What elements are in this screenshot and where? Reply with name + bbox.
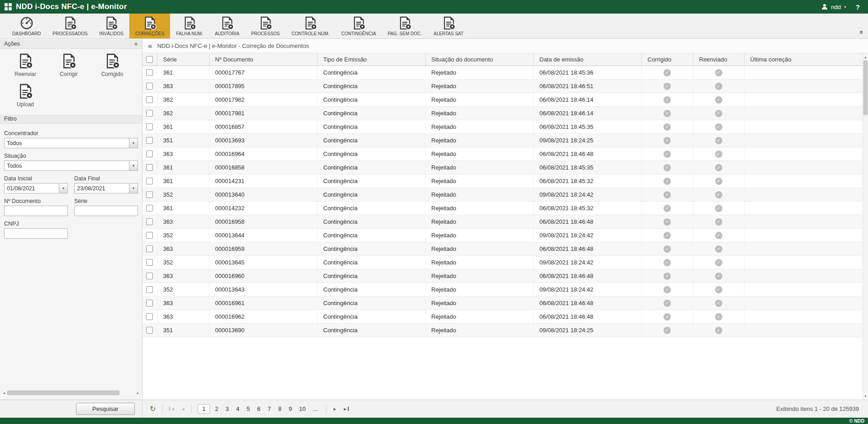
toolbar-item[interactable]: ALERTAS SAT xyxy=(428,14,470,38)
row-checkbox[interactable] xyxy=(146,191,153,198)
toolbar-item[interactable]: DASHBOARD xyxy=(6,14,47,38)
toolbar-item[interactable]: INVÁLIDOS xyxy=(94,14,129,38)
row-checkbox[interactable] xyxy=(146,178,153,184)
page-number[interactable]: 8 xyxy=(276,404,284,414)
collapse-sidebar-button[interactable]: « xyxy=(148,42,152,51)
scrollbar-thumb[interactable] xyxy=(7,391,119,395)
filter-panel-header[interactable]: Filtro xyxy=(0,114,142,124)
num-documento-input[interactable] xyxy=(4,206,68,216)
page-number[interactable]: 4 xyxy=(234,404,242,414)
row-checkbox[interactable] xyxy=(146,164,153,171)
toolbar-item[interactable]: CORREÇÕES xyxy=(129,14,170,38)
scrollbar-thumb[interactable] xyxy=(863,61,868,115)
actions-panel-header[interactable]: Ações « xyxy=(0,39,142,49)
column-header[interactable]: Última correção xyxy=(744,53,868,66)
user-menu[interactable]: ndd ▼ xyxy=(821,3,847,10)
scroll-right-icon[interactable]: ► xyxy=(135,391,141,395)
toolbar-item[interactable]: CONTROLE NUM. xyxy=(286,14,336,38)
table-row[interactable]: 361 000014231 Contingência Rejeitado 06/… xyxy=(142,174,868,188)
scroll-up-icon[interactable]: ▲ xyxy=(863,53,868,61)
table-row[interactable]: 352 000013644 Contingência Rejeitado 09/… xyxy=(142,228,868,242)
row-checkbox[interactable] xyxy=(146,69,153,76)
page-number[interactable]: 5 xyxy=(244,404,252,414)
toolbar-item[interactable]: FALHA NUM. xyxy=(170,14,209,38)
next-page-button[interactable]: ► xyxy=(331,407,339,411)
table-row[interactable]: 362 000017981 Contingência Rejeitado 06/… xyxy=(142,106,868,120)
column-header[interactable]: Data de emissão xyxy=(533,53,641,66)
row-checkbox[interactable] xyxy=(146,96,153,103)
table-row[interactable]: 363 000016962 Contingência Rejeitado 06/… xyxy=(142,310,868,323)
search-button[interactable]: Pesquisar xyxy=(76,403,135,415)
row-checkbox[interactable] xyxy=(146,245,153,252)
page-number[interactable]: 7 xyxy=(266,404,273,414)
row-checkbox[interactable] xyxy=(146,137,153,144)
data-final-dropdown-arrow-icon[interactable]: ▼ xyxy=(129,184,138,193)
table-row[interactable]: 363 000016960 Contingência Rejeitado 06/… xyxy=(142,269,868,283)
cnpj-input[interactable] xyxy=(4,228,68,239)
table-row[interactable]: 363 000017895 Contingência Rejeitado 06/… xyxy=(142,79,868,93)
column-header[interactable]: Reenviado xyxy=(693,53,744,66)
table-row[interactable]: 363 000016959 Contingência Rejeitado 06/… xyxy=(142,242,868,255)
situacao-input[interactable] xyxy=(5,161,129,170)
toolbar-item[interactable]: PROCESSOS xyxy=(245,14,285,38)
column-header[interactable]: Corrigido xyxy=(641,53,693,66)
situacao-select[interactable]: ▼ xyxy=(4,160,138,171)
toolbar-item[interactable]: CONTINGÊNCIA xyxy=(335,14,382,38)
page-number[interactable]: 2 xyxy=(213,404,220,414)
row-checkbox[interactable] xyxy=(146,232,153,239)
table-row[interactable]: 361 000017767 Contingência Rejeitado 06/… xyxy=(142,66,868,79)
action-button[interactable]: Upload xyxy=(4,84,47,108)
table-row[interactable]: 351 000013690 Contingência Rejeitado 09/… xyxy=(142,323,868,337)
row-checkbox[interactable] xyxy=(146,83,153,90)
toolbar-item[interactable]: AUDITORIA xyxy=(209,14,245,38)
row-checkbox[interactable] xyxy=(146,327,153,334)
table-row[interactable]: 351 000013693 Contingência Rejeitado 09/… xyxy=(142,133,868,147)
first-page-button[interactable]: ◄ xyxy=(167,407,177,411)
page-number[interactable]: 9 xyxy=(286,404,294,414)
page-number[interactable]: ... xyxy=(311,404,320,414)
concentrador-dropdown-arrow-icon[interactable]: ▼ xyxy=(129,138,138,148)
data-inicial-input[interactable] xyxy=(5,184,59,193)
select-all-checkbox[interactable] xyxy=(146,56,153,63)
row-checkbox[interactable] xyxy=(146,259,153,266)
serie-input[interactable] xyxy=(74,206,138,216)
page-number[interactable]: 10 xyxy=(297,404,308,414)
concentrador-select[interactable]: ▼ xyxy=(4,138,138,148)
row-checkbox[interactable] xyxy=(146,313,153,320)
data-final-picker[interactable]: ▼ xyxy=(74,183,138,193)
sidebar-horizontal-scrollbar[interactable]: ◄ ► xyxy=(0,390,142,396)
table-row[interactable]: 363 000016961 Contingência Rejeitado 06/… xyxy=(142,296,868,310)
column-header[interactable]: Série xyxy=(157,53,209,66)
scroll-down-icon[interactable]: ▼ xyxy=(863,392,868,400)
row-checkbox[interactable] xyxy=(146,300,153,306)
toolbar-collapse-button[interactable]: « xyxy=(860,28,863,36)
data-inicial-dropdown-arrow-icon[interactable]: ▼ xyxy=(59,184,67,193)
table-row[interactable]: 352 000013643 Contingência Rejeitado 09/… xyxy=(142,283,868,296)
prev-page-button[interactable]: ◄ xyxy=(179,407,187,411)
refresh-button[interactable]: ↻ xyxy=(147,405,158,413)
row-checkbox[interactable] xyxy=(146,218,153,225)
row-checkbox[interactable] xyxy=(146,273,153,279)
toolbar-item[interactable]: PROCESSADOS xyxy=(47,14,93,38)
situacao-dropdown-arrow-icon[interactable]: ▼ xyxy=(129,161,138,170)
row-checkbox[interactable] xyxy=(146,123,153,130)
table-row[interactable]: 362 000017982 Contingência Rejeitado 06/… xyxy=(142,93,868,106)
table-row[interactable]: 361 000014232 Contingência Rejeitado 06/… xyxy=(142,201,868,215)
page-number[interactable]: 3 xyxy=(223,404,231,414)
action-button[interactable]: Corrigido xyxy=(90,53,134,77)
concentrador-input[interactable] xyxy=(5,138,129,148)
table-row[interactable]: 361 000016858 Contingência Rejeitado 06/… xyxy=(142,160,868,174)
table-vertical-scrollbar[interactable]: ▲ ▼ xyxy=(863,53,868,400)
help-button[interactable]: ? xyxy=(856,3,863,11)
table-row[interactable]: 361 000016857 Contingência Rejeitado 06/… xyxy=(142,120,868,133)
table-row[interactable]: 363 000016958 Contingência Rejeitado 06/… xyxy=(142,215,868,228)
action-button[interactable]: Reenviar xyxy=(4,53,47,77)
row-checkbox[interactable] xyxy=(146,151,153,157)
column-header[interactable]: Nº Documento xyxy=(209,53,317,66)
row-checkbox[interactable] xyxy=(146,286,153,293)
page-number[interactable]: 6 xyxy=(255,404,262,414)
row-checkbox[interactable] xyxy=(146,205,153,212)
toolbar-item[interactable]: PAG. SEM DOC. xyxy=(382,14,427,38)
column-header[interactable]: Situação do documento xyxy=(425,53,533,66)
last-page-button[interactable]: ► xyxy=(341,407,351,411)
